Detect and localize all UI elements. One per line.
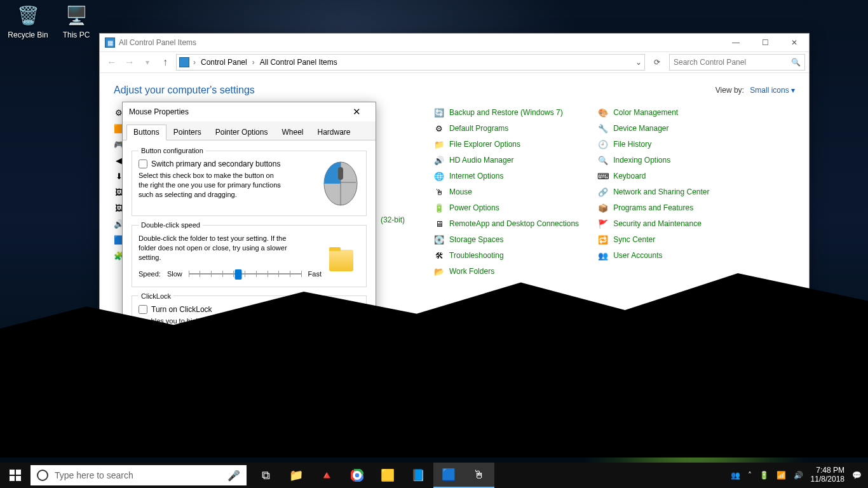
desktop-icon-recycle-bin[interactable]: 🗑️ Recycle Bin: [4, 3, 52, 39]
cp-item-link[interactable]: Work Folders: [449, 267, 494, 276]
taskbar-app-explorer[interactable]: 📁: [281, 463, 311, 488]
taskbar-app-mouse[interactable]: 🖱: [464, 463, 494, 488]
cp-item-link[interactable]: Mouse: [449, 187, 472, 196]
tab-wheel[interactable]: Wheel: [275, 125, 310, 140]
cp-item-link[interactable]: Security and Maintenance: [613, 219, 702, 228]
tab-hardware[interactable]: Hardware: [310, 125, 357, 140]
cp-item-network-sharing[interactable]: 🔗Network and Sharing Center: [598, 187, 738, 197]
chevron-right-icon[interactable]: ›: [251, 58, 256, 67]
ok-button[interactable]: OK: [219, 372, 265, 386]
chevron-down-icon[interactable]: ⌄: [635, 58, 642, 67]
chevron-right-icon[interactable]: ›: [192, 58, 197, 67]
wifi-icon[interactable]: 📶: [776, 471, 786, 480]
cp-item-hd-audio[interactable]: 🔊HD Audio Manager: [434, 155, 579, 165]
checkbox-input[interactable]: [139, 159, 147, 168]
taskbar-app-vlc[interactable]: 🔺: [311, 463, 342, 488]
cp-item-keyboard[interactable]: ⌨Keyboard: [598, 171, 738, 181]
clicklock-checkbox[interactable]: Turn on ClickLock: [139, 305, 309, 314]
cp-item-partial[interactable]: (32-bit): [381, 215, 405, 224]
cp-item-link[interactable]: File Explorer Options: [449, 140, 520, 149]
maximize-button[interactable]: ☐: [750, 34, 780, 51]
cp-item-color-management[interactable]: 🎨Color Management: [598, 107, 738, 118]
cp-item-troubleshooting[interactable]: 🛠Troubleshooting: [434, 250, 579, 261]
microphone-icon[interactable]: 🎤: [227, 470, 240, 482]
nav-forward-button[interactable]: →: [121, 54, 138, 71]
dialog-titlebar[interactable]: Mouse Properties ✕: [123, 102, 376, 121]
cp-item-user-accounts[interactable]: 👥User Accounts: [598, 250, 738, 261]
date-label: 11/8/2018: [811, 475, 844, 484]
cp-item-storage-spaces[interactable]: 💽Storage Spaces: [434, 234, 579, 245]
cp-item-remoteapp[interactable]: 🖥RemoteApp and Desktop Connections: [434, 219, 579, 229]
cp-item-link[interactable]: RemoteApp and Desktop Connections: [449, 219, 579, 228]
battery-icon[interactable]: 🔋: [759, 471, 769, 480]
start-button[interactable]: [0, 463, 31, 488]
breadcrumb-item[interactable]: All Control Panel Items: [257, 58, 340, 67]
tab-pointer-options[interactable]: Pointer Options: [208, 125, 275, 140]
cp-item-power-options[interactable]: 🔋Power Options: [434, 203, 579, 213]
view-by-dropdown[interactable]: Small icons ▾: [750, 86, 795, 95]
cp-item-indexing-options[interactable]: 🔍Indexing Options: [598, 155, 738, 165]
taskbar-app-chrome[interactable]: [342, 463, 372, 488]
people-icon[interactable]: 👥: [731, 471, 740, 480]
slider-thumb[interactable]: [234, 269, 241, 280]
cp-item-link[interactable]: Backup and Restore (Windows 7): [449, 108, 563, 117]
tab-pointers[interactable]: Pointers: [166, 125, 208, 140]
cp-item-link[interactable]: Device Manager: [613, 124, 668, 133]
cp-item-security-maintenance[interactable]: 🚩Security and Maintenance: [598, 219, 738, 229]
cp-item-file-history[interactable]: 🕘File History: [598, 139, 738, 149]
switch-buttons-checkbox[interactable]: Switch primary and secondary buttons: [139, 159, 316, 168]
breadcrumb[interactable]: › Control Panel › All Control Panel Item…: [176, 54, 645, 71]
cp-item-link[interactable]: Default Programs: [449, 124, 508, 133]
taskbar-clock[interactable]: 7:48 PM 11/8/2018: [811, 466, 844, 484]
cp-item-link[interactable]: Indexing Options: [613, 156, 670, 165]
close-button[interactable]: ✕: [344, 102, 369, 121]
cp-item-link[interactable]: Sync Center: [613, 235, 655, 244]
cp-item-link[interactable]: Programs and Features: [613, 203, 693, 212]
desktop-icon-this-pc[interactable]: 🖥️ This PC: [52, 3, 100, 39]
titlebar[interactable]: ▦ All Control Panel Items — ☐ ✕: [100, 34, 809, 52]
nav-up-button[interactable]: ↑: [157, 54, 173, 71]
cp-item-programs-features[interactable]: 📦Programs and Features: [598, 203, 738, 213]
cp-item-device-manager[interactable]: 🔧Device Manager: [598, 123, 738, 133]
task-view-button[interactable]: ⧉: [250, 463, 281, 488]
tray-chevron-icon[interactable]: ˄: [748, 471, 752, 480]
cp-item-link[interactable]: Internet Options: [449, 172, 503, 180]
cp-item-file-explorer-options[interactable]: 📁File Explorer Options: [434, 139, 579, 149]
taskbar-app-control-panel[interactable]: 🟦: [433, 463, 464, 488]
cp-item-internet-options[interactable]: 🌐Internet Options: [434, 171, 579, 181]
cp-item-mouse[interactable]: 🖱Mouse: [434, 187, 579, 197]
taskbar-app-sticky[interactable]: 🟨: [372, 463, 403, 488]
minimize-button[interactable]: —: [721, 34, 750, 51]
cp-item-work-folders[interactable]: 📂Work Folders: [434, 266, 579, 276]
taskbar-search[interactable]: Type here to search 🎤: [31, 465, 247, 485]
refresh-button[interactable]: ⟳: [650, 55, 664, 69]
test-folder-icon[interactable]: [327, 246, 356, 271]
cp-item-link[interactable]: File History: [613, 140, 651, 149]
volume-icon[interactable]: 🔊: [794, 471, 803, 480]
group-description: Double-click the folder to test your set…: [139, 234, 304, 262]
cp-item-link[interactable]: Color Management: [613, 108, 678, 117]
cp-item-link[interactable]: Power Options: [449, 203, 499, 212]
nav-back-button[interactable]: ←: [104, 54, 120, 71]
search-placeholder: Search Control Panel: [674, 58, 746, 67]
search-input[interactable]: Search Control Panel 🔍: [669, 54, 805, 71]
cp-item-backup-restore[interactable]: 🔄Backup and Restore (Windows 7): [434, 107, 579, 118]
close-button[interactable]: ✕: [780, 34, 809, 51]
taskbar-app-notepad[interactable]: 📘: [403, 463, 433, 488]
breadcrumb-item[interactable]: Control Panel: [198, 58, 250, 67]
cp-item-link[interactable]: Troubleshooting: [449, 251, 504, 260]
cp-item-link[interactable]: User Accounts: [613, 251, 662, 260]
cp-item-icon: 🔊: [434, 155, 444, 165]
cancel-button[interactable]: Cancel: [270, 372, 316, 386]
checkbox-input[interactable]: [139, 305, 147, 314]
cp-item-link[interactable]: Storage Spaces: [449, 235, 503, 244]
cp-item-sync-center[interactable]: 🔁Sync Center: [598, 234, 738, 245]
cp-item-link[interactable]: Network and Sharing Center: [613, 187, 709, 196]
action-center-icon[interactable]: 💬: [852, 471, 862, 480]
nav-history-button[interactable]: ▾: [139, 54, 156, 71]
tab-buttons[interactable]: Buttons: [126, 125, 166, 140]
cp-item-link[interactable]: Keyboard: [613, 172, 646, 180]
cp-item-default-programs[interactable]: ⚙Default Programs: [434, 123, 579, 133]
cp-item-link[interactable]: HD Audio Manager: [449, 156, 513, 165]
speed-slider[interactable]: [189, 268, 302, 280]
